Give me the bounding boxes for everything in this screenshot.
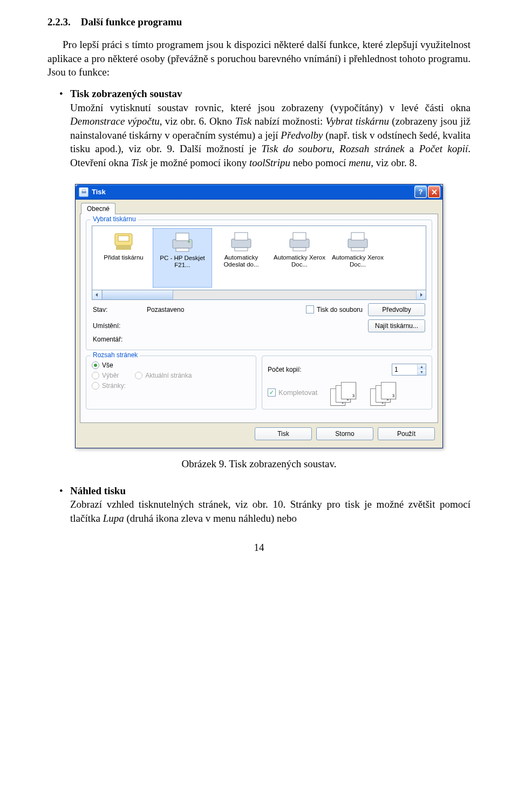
radio-icon [135,372,142,379]
spin-down-icon[interactable]: ▼ [418,370,426,375]
printer-xerox-2[interactable]: Automaticky Xerox Doc... [329,228,387,288]
radio-icon [92,382,99,390]
bullet-nahled: Náhled tisku Zobrazí vzhled tisknutelnýc… [70,484,471,526]
copies-label: Počet kopií: [268,366,302,373]
radio-aktualni: Aktuální stránka [135,372,192,379]
checkbox-icon [268,388,276,397]
svg-rect-10 [235,233,248,240]
bullet-tisk: Tisk zobrazených soustav Umožní vytisknu… [70,87,471,170]
svg-point-8 [188,241,190,243]
printer-auto-send[interactable]: Automaticky Odeslat do... [212,228,270,288]
printer-pc-hp[interactable]: PC - HP Deskjet F21... [153,228,212,288]
tab-obecne[interactable]: Obecné [81,203,115,214]
scroll-thumb[interactable] [102,290,173,299]
group-title-range: Rozsah stránek [91,351,140,359]
copies-value: 1 [392,364,417,375]
titlebar: Tisk ? [76,185,442,200]
radio-stranky: Stránky: [92,382,250,390]
svg-rect-17 [351,248,364,251]
stav-label: Stav: [93,306,141,313]
heading-number: 2.2.3. [47,16,71,28]
collate-icon: 1 2 3 [330,382,360,404]
printer-icon [228,230,254,252]
close-button[interactable] [428,186,440,198]
printer-xerox-1[interactable]: Automaticky Xerox Doc... [270,228,329,288]
svg-rect-1 [82,190,85,192]
checkbox-icon [306,305,314,313]
group-copies: Počet kopií: 1 ▲ ▼ [262,356,432,410]
svg-rect-6 [176,233,189,241]
bullet-title: Tisk zobrazených soustav [70,88,182,99]
printer-icon [287,230,312,252]
dialog-title: Tisk [92,188,413,196]
umisteni-label: Umístění: [93,322,141,330]
collate-icon: 1 2 3 [370,382,400,404]
svg-rect-3 [118,236,129,241]
printer-icon [169,231,195,253]
help-button[interactable]: ? [414,186,427,198]
printer-add[interactable]: Přidat tiskárnu [94,228,153,288]
svg-rect-4 [116,245,131,250]
printer-icon [79,187,88,197]
print-dialog: Tisk ? Obecné Vybrat tiskárnu [75,184,443,448]
svg-rect-13 [293,233,306,240]
stav-value: Pozastaveno [147,306,301,313]
predvolby-button[interactable]: Předvolby [368,303,425,316]
intro-paragraph: Pro lepší práci s tímto programem jsou k… [47,38,471,79]
svg-rect-16 [351,233,364,240]
komentar-label: Komentář: [93,336,141,343]
group-page-range: Rozsah stránek Vše Výběr [86,356,256,410]
najit-tiskarnu-button[interactable]: Najít tiskárnu... [368,319,425,332]
scroll-left-icon[interactable] [92,290,102,299]
copies-spinner[interactable]: 1 ▲ ▼ [392,364,426,376]
pouzit-button[interactable]: Použít [378,427,435,440]
tisk-souboru-checkbox[interactable]: Tisk do souboru [306,305,363,313]
svg-rect-7 [176,248,189,251]
radio-icon [92,361,99,369]
radio-vse[interactable]: Vše [92,361,250,369]
tisk-button[interactable]: Tisk [255,427,312,440]
group-title-printer: Vybrat tiskárnu [91,215,138,223]
radio-icon [92,372,99,379]
tabstrip: Obecné [80,202,438,214]
bullet-title: Náhled tisku [70,485,126,496]
add-printer-icon [111,230,137,252]
svg-rect-14 [293,248,306,251]
kompletovat-checkbox: Kompletovat [268,388,317,397]
printer-icon [345,230,371,252]
printer-list[interactable]: Přidat tiskárnu PC - HP Deskjet F21... [92,226,426,290]
h-scrollbar[interactable] [92,290,426,300]
spin-up-icon[interactable]: ▲ [418,364,426,370]
storno-button[interactable]: Storno [316,427,373,440]
radio-vyber: Výběr [92,372,119,379]
heading-title: Další funkce programu [81,16,182,28]
page-number: 14 [47,542,471,554]
figure-caption: Obrázek 9. Tisk zobrazených soustav. [47,458,471,470]
scroll-right-icon[interactable] [416,290,426,299]
group-select-printer: Vybrat tiskárnu Přidat tiskárnu [86,220,432,350]
svg-rect-11 [235,248,248,251]
section-heading: 2.2.3. Další funkce programu [47,16,471,28]
